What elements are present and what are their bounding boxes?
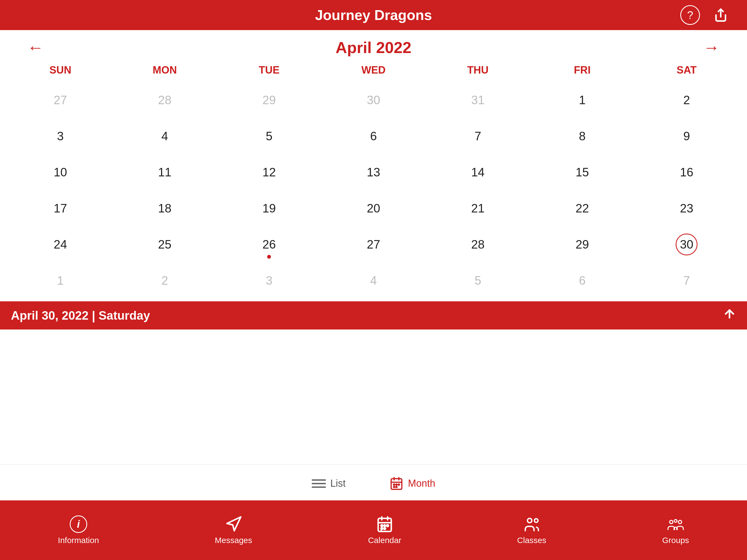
calendar-day[interactable]: 9: [634, 118, 739, 154]
event-dot: [267, 255, 271, 259]
nav-item-groups[interactable]: Groups: [662, 515, 689, 545]
calendar-day[interactable]: 17: [8, 190, 113, 226]
day-number: 6: [571, 270, 593, 291]
nav-item-calendar[interactable]: Calendar: [368, 515, 402, 545]
calendar-day[interactable]: 7: [634, 262, 739, 299]
calendar-day[interactable]: 19: [217, 190, 321, 226]
app-header: Journey Dragons ?: [0, 0, 747, 30]
calendar-day[interactable]: 5: [426, 262, 530, 299]
list-label: List: [330, 478, 345, 489]
calendar-day[interactable]: 10: [8, 154, 113, 190]
calendar-day[interactable]: 2: [113, 262, 217, 299]
calendar-day[interactable]: 20: [321, 190, 426, 226]
day-number: 5: [467, 270, 489, 291]
svg-point-27: [674, 519, 677, 522]
day-header-fri: FRI: [530, 59, 635, 82]
month-calendar-icon: [389, 476, 404, 490]
day-number: 29: [571, 233, 593, 255]
calendar-day[interactable]: 12: [217, 154, 321, 190]
calendar-day[interactable]: 5: [217, 118, 321, 154]
calendar-day[interactable]: 29: [530, 226, 635, 262]
day-number: 21: [467, 198, 489, 219]
svg-point-9: [393, 486, 394, 487]
calendar-day[interactable]: 3: [217, 262, 321, 299]
messages-icon: [225, 515, 242, 533]
day-header-thu: THU: [426, 59, 530, 82]
calendar-day[interactable]: 6: [321, 118, 426, 154]
calendar-label: Calendar: [368, 536, 402, 545]
svg-point-20: [384, 528, 386, 529]
day-number: 25: [154, 233, 176, 255]
calendar-icon: [376, 515, 393, 533]
day-number: 10: [50, 161, 71, 183]
nav-item-information[interactable]: i Information: [58, 515, 99, 545]
bottom-toggle-bar: List Month: [0, 464, 747, 500]
calendar-day[interactable]: 23: [634, 190, 739, 226]
day-number: 6: [363, 125, 384, 147]
calendar-day[interactable]: 1: [530, 82, 635, 118]
calendar-day[interactable]: 4: [113, 118, 217, 154]
nav-item-messages[interactable]: Messages: [215, 515, 252, 545]
calendar-day[interactable]: 4: [321, 262, 426, 299]
calendar-day[interactable]: 29: [217, 82, 321, 118]
day-number: 26: [258, 233, 280, 255]
calendar-day[interactable]: 18: [113, 190, 217, 226]
calendar-day[interactable]: 28: [426, 226, 530, 262]
calendar-day[interactable]: 27: [321, 226, 426, 262]
day-header-wed: WED: [321, 59, 426, 82]
calendar-day[interactable]: 26: [217, 226, 321, 262]
prev-month-button[interactable]: ←: [22, 40, 49, 56]
calendar-day[interactable]: 7: [426, 118, 530, 154]
list-view-button[interactable]: List: [290, 472, 367, 495]
calendar-day[interactable]: 8: [530, 118, 635, 154]
day-number: 8: [571, 125, 593, 147]
calendar-day[interactable]: 28: [113, 82, 217, 118]
day-number: 15: [571, 161, 593, 183]
information-label: Information: [58, 536, 99, 545]
day-number: 28: [467, 233, 489, 255]
month-title: April 2022: [335, 38, 411, 57]
calendar-day[interactable]: 25: [113, 226, 217, 262]
arrow-up-icon: [723, 307, 736, 321]
calendar-day[interactable]: 14: [426, 154, 530, 190]
month-view-button[interactable]: Month: [367, 472, 457, 495]
calendar-day[interactable]: 13: [321, 154, 426, 190]
calendar-day[interactable]: 31: [426, 82, 530, 118]
calendar-day[interactable]: 6: [530, 262, 635, 299]
svg-point-10: [396, 486, 397, 487]
calendar-day[interactable]: 16: [634, 154, 739, 190]
calendar-day[interactable]: 11: [113, 154, 217, 190]
day-number: 29: [258, 89, 280, 111]
selected-date-bar: April 30, 2022 | Saturday: [0, 301, 747, 330]
calendar-day[interactable]: 3: [8, 118, 113, 154]
day-number: 4: [154, 125, 176, 147]
header-icons: ?: [680, 5, 730, 25]
day-number: 3: [258, 270, 280, 291]
day-number: 1: [571, 89, 593, 111]
day-number: 2: [676, 89, 697, 111]
scroll-up-button[interactable]: [723, 307, 736, 324]
day-number: 17: [50, 198, 71, 219]
information-icon: i: [70, 515, 87, 533]
messages-label: Messages: [215, 536, 252, 545]
bottom-nav: i Information Messages Calendar: [0, 501, 747, 560]
month-label: Month: [408, 478, 435, 489]
day-number: 3: [50, 125, 71, 147]
calendar-day[interactable]: 2: [634, 82, 739, 118]
day-header-sat: SAT: [634, 59, 739, 82]
calendar-day[interactable]: 30: [634, 226, 739, 262]
calendar-day[interactable]: 21: [426, 190, 530, 226]
share-button[interactable]: [711, 5, 730, 25]
help-icon: ?: [687, 9, 693, 21]
help-button[interactable]: ?: [680, 5, 700, 25]
calendar-day[interactable]: 24: [8, 226, 113, 262]
calendar-day[interactable]: 30: [321, 82, 426, 118]
svg-point-23: [527, 518, 532, 523]
calendar-day[interactable]: 22: [530, 190, 635, 226]
next-month-button[interactable]: →: [698, 40, 725, 56]
nav-item-classes[interactable]: Classes: [517, 515, 546, 545]
calendar-day[interactable]: 15: [530, 154, 635, 190]
calendar-day[interactable]: 27: [8, 82, 113, 118]
calendar-day[interactable]: 1: [8, 262, 113, 299]
day-number: 7: [676, 270, 697, 291]
